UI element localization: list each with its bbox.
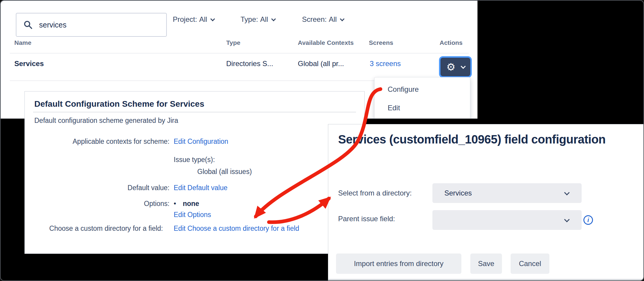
- bullet-icon: •: [174, 200, 176, 207]
- screenshot-canvas: services Project: All Type: All Screen: …: [0, 0, 644, 281]
- chevron-down-icon: [564, 217, 569, 222]
- scheme-panel-title: Default Configuration Scheme for Service…: [34, 99, 204, 109]
- edit-options-link[interactable]: Edit Options: [174, 209, 211, 220]
- filter-project[interactable]: Project: All: [173, 12, 214, 27]
- col-header-actions: Actions: [440, 39, 463, 46]
- search-input[interactable]: services: [16, 13, 167, 37]
- filter-project-label: Project:: [173, 15, 197, 24]
- menu-item-configure[interactable]: Configure: [388, 85, 419, 94]
- contexts-label: Applicable contexts for scheme:: [43, 136, 170, 147]
- filter-type-value: All: [260, 15, 268, 24]
- edit-default-value-link[interactable]: Edit Default value: [174, 182, 227, 193]
- filter-type-label: Type:: [241, 15, 258, 24]
- filter-screen-value: All: [329, 15, 337, 24]
- chevron-down-icon: [461, 64, 466, 69]
- search-value: services: [39, 21, 67, 29]
- col-header-screens: Screens: [369, 39, 393, 46]
- menu-item-edit[interactable]: Edit: [388, 104, 400, 112]
- search-icon: [24, 20, 33, 29]
- row-name: Services: [14, 59, 44, 68]
- chevron-down-icon: [271, 16, 276, 21]
- chevron-down-icon: [340, 16, 345, 21]
- panel-bottom-strip: [328, 279, 644, 281]
- issue-types-label: Issue type(s):: [174, 154, 215, 165]
- directory-select-value: Services: [444, 189, 472, 197]
- directory-select[interactable]: Services: [432, 183, 582, 203]
- filter-project-value: All: [199, 15, 207, 24]
- parent-field-label: Parent issue field:: [338, 215, 395, 223]
- row-type: Directories S...: [226, 59, 273, 68]
- edit-configuration-link[interactable]: Edit Configuration: [174, 136, 228, 147]
- parent-field-select[interactable]: [432, 210, 582, 230]
- cancel-button[interactable]: Cancel: [511, 253, 549, 274]
- filter-type[interactable]: Type: All: [241, 12, 275, 27]
- row-screens-link[interactable]: 3 screens: [370, 59, 401, 68]
- default-config-scheme-panel: Default Configuration Scheme for Service…: [24, 91, 365, 254]
- default-value-label: Default value:: [43, 182, 170, 193]
- scheme-panel-subtitle: Default configuration scheme generated b…: [34, 117, 178, 125]
- row-contexts: Global (all pr...: [298, 59, 344, 68]
- options-none-value: none: [183, 200, 199, 207]
- options-value: • none: [174, 198, 199, 209]
- directory-select-label: Select from a directory:: [338, 189, 412, 197]
- edit-custom-directory-link[interactable]: Edit Choose a custom directory for a fie…: [174, 223, 299, 234]
- save-button[interactable]: Save: [470, 253, 502, 274]
- scheme-title-divider: [33, 112, 356, 112]
- chevron-down-icon: [564, 190, 569, 195]
- options-label: Options:: [43, 198, 170, 209]
- col-header-contexts: Available Contexts: [298, 39, 354, 46]
- actions-dropdown-menu: Configure Edit: [374, 77, 470, 119]
- custom-directory-label: Choose a custom directory for a field:: [43, 223, 170, 234]
- header-divider: [10, 53, 469, 54]
- field-panel-title: Services (customfield_10965) field confi…: [338, 133, 606, 146]
- col-header-type: Type: [226, 39, 240, 46]
- chevron-down-icon: [210, 16, 215, 21]
- filter-screen-label: Screen:: [302, 15, 327, 24]
- issue-types-value: Global (all issues): [197, 166, 252, 177]
- info-icon[interactable]: i: [583, 215, 593, 225]
- gear-icon: ⚙: [446, 62, 455, 72]
- import-entries-button[interactable]: Import entries from directory: [336, 253, 461, 274]
- col-header-name: Name: [14, 39, 31, 46]
- row-actions-button[interactable]: ⚙: [440, 58, 470, 76]
- filter-screen[interactable]: Screen: All: [302, 12, 343, 27]
- field-configuration-panel: Services (customfield_10965) field confi…: [328, 124, 644, 281]
